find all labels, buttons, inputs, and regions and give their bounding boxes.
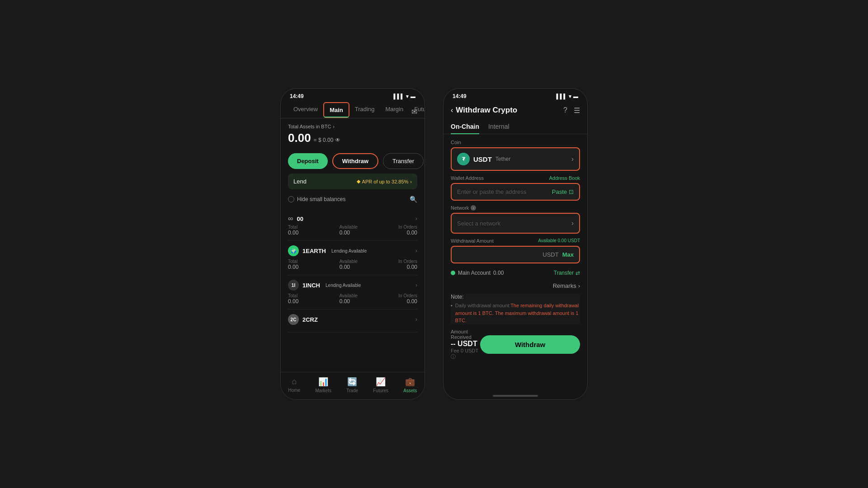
- coin-label: Coin: [451, 140, 580, 145]
- remarks-row: Remarks ›: [451, 282, 580, 289]
- asset-list: ∞ 00 › Total 0.00 Available 0.00 In Orde…: [281, 206, 425, 372]
- main-account-label: Main Account: [458, 270, 491, 276]
- bottom-nav: ⌂ Home 📊 Markets 🔄 Trade 📈 Futures 💼 Ass…: [281, 372, 425, 399]
- back-button[interactable]: ‹ Withdraw Crypto: [451, 106, 517, 115]
- amount-received-row: Amount Received -- USDT Fee 0 USDT ⓘ Wit…: [451, 329, 580, 360]
- list-item: 🌍 1EARTH Lending Available › Total 0.00 …: [288, 241, 417, 275]
- field-label-row: Network i: [451, 205, 580, 211]
- trade-icon: 🔄: [347, 377, 357, 387]
- max-button[interactable]: Max: [562, 251, 574, 258]
- asset-symbol: 00: [297, 216, 303, 222]
- asset-name-row: ∞ 00 ›: [288, 211, 417, 225]
- remarks-link[interactable]: Remarks ›: [553, 282, 580, 289]
- coin-section: Coin ₮ USDT Tether ›: [451, 140, 580, 171]
- mail-icon[interactable]: ✉: [411, 108, 417, 116]
- wifi-icon: ▾: [569, 94, 571, 99]
- paste-button[interactable]: Paste ⊡: [552, 188, 574, 195]
- tab-internal[interactable]: Internal: [488, 119, 509, 134]
- question-icon[interactable]: ?: [563, 106, 567, 115]
- asset-balances: Total 0.00 Available 0.00 In Orders 0.00: [288, 225, 417, 236]
- network-section: Network i Select a network ›: [451, 205, 580, 234]
- home-indicator: [493, 395, 538, 397]
- address-field-inner: Enter or paste the address Paste ⊡: [457, 188, 574, 195]
- address-book-link[interactable]: Address Book: [549, 175, 580, 181]
- balance-orders-col: In Orders 0.00: [398, 293, 417, 305]
- assets-icon: 💼: [405, 377, 415, 387]
- search-bar: Hide small balances 🔍: [281, 193, 425, 206]
- chevron-right-icon: ›: [415, 216, 417, 222]
- nav-item-home[interactable]: ⌂ Home: [288, 377, 301, 393]
- amount-field[interactable]: USDT Max: [451, 246, 580, 263]
- coin-name: USDT: [473, 155, 492, 163]
- tab-overview[interactable]: Overview: [288, 102, 323, 118]
- chevron-right-icon: ›: [415, 248, 417, 254]
- fee-info-icon: ⓘ: [451, 354, 456, 359]
- search-icon[interactable]: 🔍: [410, 196, 417, 203]
- nav-tabs: Overview Main Trading Margin Futures: [281, 102, 425, 118]
- chain-tabs: On-Chain Internal: [443, 119, 587, 134]
- transfer-icon: ⇄: [576, 270, 580, 276]
- asset-icon: 1I: [288, 280, 299, 291]
- time-left: 14:49: [290, 93, 304, 99]
- list-item: 1I 1INCH Lending Available › Total 0.00 …: [288, 275, 417, 310]
- main-account-value: 0.00: [493, 270, 504, 276]
- page-title: Withdraw Crypto: [456, 106, 517, 115]
- nav-item-markets[interactable]: 📊 Markets: [315, 377, 331, 393]
- nav-item-futures[interactable]: 📈 Futures: [373, 377, 388, 393]
- balance-usd: = $ 0.00 👁: [314, 137, 341, 143]
- eye-icon[interactable]: 👁: [335, 137, 340, 143]
- usdt-icon: ₮: [457, 153, 470, 165]
- asset-symbol: 1INCH: [302, 282, 320, 289]
- withdraw-button[interactable]: Withdraw: [480, 335, 580, 354]
- checkbox-icon: [288, 196, 294, 202]
- balance-available-col: Available 0.00: [340, 293, 358, 305]
- coin-left: ₮ USDT Tether: [457, 153, 510, 165]
- note-text: • Daily withdrawal amount:The remaining …: [451, 302, 580, 324]
- asset-name-row: 1I 1INCH Lending Available ›: [288, 280, 417, 291]
- info-icon: i: [471, 205, 476, 211]
- balance-total-col: Total 0.00: [288, 259, 298, 270]
- lend-apr: ◆ APR of up to 32.85% ›: [357, 178, 412, 184]
- page-header: ‹ Withdraw Crypto ? ☰: [443, 102, 587, 119]
- chevron-right-icon: ›: [571, 155, 574, 163]
- fee-label: Fee 0 USDT ⓘ: [451, 348, 480, 360]
- asset-balances: Total 0.00 Available 0.00 In Orders 0.00: [288, 259, 417, 270]
- balance-main: 0.00: [288, 131, 311, 145]
- asset-symbol: 1EARTH: [302, 248, 326, 254]
- chevron-right-icon: ›: [578, 282, 580, 289]
- note-content: Daily withdrawal amount:The remaining da…: [455, 302, 580, 324]
- tab-trading[interactable]: Trading: [349, 102, 380, 118]
- withdraw-button[interactable]: Withdraw: [332, 153, 378, 169]
- address-field[interactable]: Enter or paste the address Paste ⊡: [451, 183, 580, 201]
- asset-balances: Total 0.00 Available 0.00 In Orders 0.00: [288, 293, 417, 305]
- deposit-button[interactable]: Deposit: [288, 153, 328, 169]
- balance-row: 0.00 = $ 0.00 👁: [288, 131, 417, 145]
- amount-received-left: Amount Received -- USDT Fee 0 USDT ⓘ: [451, 329, 480, 360]
- network-selector[interactable]: Select a network ›: [451, 213, 580, 234]
- battery-icon: ▬: [573, 94, 578, 99]
- tab-margin[interactable]: Margin: [380, 102, 409, 118]
- note-title: Note:: [451, 294, 580, 300]
- coin-selector[interactable]: ₮ USDT Tether ›: [451, 147, 580, 171]
- transfer-link[interactable]: Transfer ⇄: [554, 270, 580, 276]
- list-item: ∞ 00 › Total 0.00 Available 0.00 In Orde…: [288, 206, 417, 241]
- history-icon[interactable]: ☰: [574, 106, 580, 115]
- asset-name-left: 1I 1INCH Lending Available: [288, 280, 361, 291]
- tab-main[interactable]: Main: [323, 102, 349, 118]
- nav-item-trade[interactable]: 🔄 Trade: [346, 377, 358, 393]
- amount-currency: USDT: [542, 251, 558, 258]
- coin-full-name: Tether: [495, 156, 510, 162]
- chevron-right-icon: ›: [333, 124, 334, 129]
- nav-item-assets[interactable]: 💼 Assets: [403, 377, 417, 393]
- asset-tag: Lending Available: [326, 283, 361, 288]
- diamond-icon: ◆: [357, 178, 360, 184]
- hide-small-toggle[interactable]: Hide small balances: [288, 196, 345, 202]
- lend-banner[interactable]: Lend ◆ APR of up to 32.85% ›: [288, 174, 417, 189]
- available-label: Available 0.00 USDT: [538, 238, 580, 244]
- tab-on-chain[interactable]: On-Chain: [451, 119, 479, 134]
- transfer-button[interactable]: Transfer: [383, 153, 424, 169]
- header-actions: ? ☰: [563, 106, 580, 115]
- balance-available-col: Available 0.00: [340, 225, 358, 236]
- balance-total-col: Total 0.00: [288, 293, 298, 305]
- bullet-icon: •: [451, 302, 453, 324]
